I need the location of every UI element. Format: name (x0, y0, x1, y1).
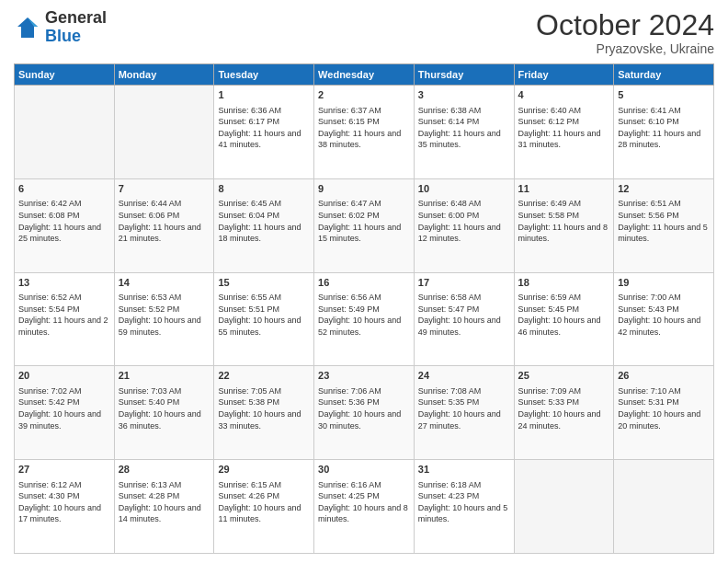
day-info: Sunrise: 7:02 AM Sunset: 5:42 PM Dayligh… (18, 385, 110, 431)
day-info: Sunrise: 6:51 AM Sunset: 5:56 PM Dayligh… (618, 198, 710, 244)
day-number: 18 (518, 276, 610, 290)
logo: General Blue (14, 9, 107, 46)
day-info: Sunrise: 7:08 AM Sunset: 5:35 PM Dayligh… (418, 385, 510, 431)
day-info: Sunrise: 6:58 AM Sunset: 5:47 PM Dayligh… (418, 292, 510, 338)
day-number: 29 (218, 463, 310, 477)
table-cell: 31Sunrise: 6:18 AM Sunset: 4:23 PM Dayli… (414, 460, 514, 554)
day-info: Sunrise: 6:55 AM Sunset: 5:51 PM Dayligh… (218, 292, 310, 338)
day-number: 16 (318, 276, 410, 290)
col-thursday: Thursday (414, 64, 514, 86)
col-wednesday: Wednesday (314, 64, 415, 86)
table-cell: 28Sunrise: 6:13 AM Sunset: 4:28 PM Dayli… (114, 460, 214, 554)
calendar-table: Sunday Monday Tuesday Wednesday Thursday… (14, 63, 714, 554)
day-info: Sunrise: 6:13 AM Sunset: 4:28 PM Dayligh… (119, 479, 210, 525)
table-cell: 12Sunrise: 6:51 AM Sunset: 5:56 PM Dayli… (614, 178, 714, 272)
table-cell: 5Sunrise: 6:41 AM Sunset: 6:10 PM Daylig… (614, 86, 714, 179)
logo-icon (14, 14, 41, 41)
day-number: 30 (318, 463, 410, 477)
table-row: 6Sunrise: 6:42 AM Sunset: 6:08 PM Daylig… (15, 178, 714, 272)
day-number: 11 (518, 182, 610, 196)
table-cell: 16Sunrise: 6:56 AM Sunset: 5:49 PM Dayli… (314, 272, 415, 366)
table-cell: 23Sunrise: 7:06 AM Sunset: 5:36 PM Dayli… (314, 366, 415, 460)
day-number: 7 (119, 182, 210, 196)
header: General Blue October 2024 Pryazovske, Uk… (14, 9, 714, 56)
col-friday: Friday (514, 64, 614, 86)
table-cell (114, 86, 214, 179)
day-number: 28 (119, 463, 210, 477)
day-info: Sunrise: 6:59 AM Sunset: 5:45 PM Dayligh… (518, 292, 610, 338)
page: General Blue October 2024 Pryazovske, Uk… (0, 0, 728, 563)
col-saturday: Saturday (614, 64, 714, 86)
day-number: 24 (418, 369, 510, 383)
table-cell: 1Sunrise: 6:36 AM Sunset: 6:17 PM Daylig… (214, 86, 314, 179)
day-info: Sunrise: 6:38 AM Sunset: 6:14 PM Dayligh… (418, 105, 510, 151)
day-info: Sunrise: 6:40 AM Sunset: 6:12 PM Dayligh… (518, 105, 610, 151)
day-info: Sunrise: 7:03 AM Sunset: 5:40 PM Dayligh… (119, 385, 210, 431)
day-number: 25 (518, 369, 610, 383)
logo-general-text: General (45, 9, 107, 28)
day-number: 1 (218, 88, 310, 102)
day-number: 20 (18, 369, 110, 383)
table-cell: 19Sunrise: 7:00 AM Sunset: 5:43 PM Dayli… (614, 272, 714, 366)
day-number: 12 (618, 182, 710, 196)
day-info: Sunrise: 6:52 AM Sunset: 5:54 PM Dayligh… (18, 292, 110, 338)
day-info: Sunrise: 6:16 AM Sunset: 4:25 PM Dayligh… (318, 479, 410, 525)
col-tuesday: Tuesday (214, 64, 314, 86)
col-sunday: Sunday (15, 64, 115, 86)
logo-text: General Blue (45, 9, 107, 46)
day-info: Sunrise: 7:05 AM Sunset: 5:38 PM Dayligh… (218, 385, 310, 431)
day-number: 27 (18, 463, 110, 477)
table-row: 20Sunrise: 7:02 AM Sunset: 5:42 PM Dayli… (15, 366, 714, 460)
day-info: Sunrise: 6:49 AM Sunset: 5:58 PM Dayligh… (518, 198, 610, 244)
table-cell (614, 460, 714, 554)
table-cell: 26Sunrise: 7:10 AM Sunset: 5:31 PM Dayli… (614, 366, 714, 460)
day-info: Sunrise: 6:41 AM Sunset: 6:10 PM Dayligh… (618, 105, 710, 151)
day-info: Sunrise: 6:15 AM Sunset: 4:26 PM Dayligh… (218, 479, 310, 525)
logo-blue-text: Blue (45, 28, 107, 46)
day-info: Sunrise: 6:48 AM Sunset: 6:00 PM Dayligh… (418, 198, 510, 244)
day-info: Sunrise: 6:18 AM Sunset: 4:23 PM Dayligh… (418, 479, 510, 525)
day-number: 31 (418, 463, 510, 477)
day-info: Sunrise: 6:36 AM Sunset: 6:17 PM Dayligh… (218, 105, 310, 151)
day-number: 21 (119, 369, 210, 383)
table-row: 13Sunrise: 6:52 AM Sunset: 5:54 PM Dayli… (15, 272, 714, 366)
title-block: October 2024 Pryazovske, Ukraine (536, 9, 714, 56)
table-cell: 21Sunrise: 7:03 AM Sunset: 5:40 PM Dayli… (114, 366, 214, 460)
table-cell: 25Sunrise: 7:09 AM Sunset: 5:33 PM Dayli… (514, 366, 614, 460)
table-row: 27Sunrise: 6:12 AM Sunset: 4:30 PM Dayli… (15, 460, 714, 554)
day-info: Sunrise: 7:10 AM Sunset: 5:31 PM Dayligh… (618, 385, 710, 431)
table-cell: 14Sunrise: 6:53 AM Sunset: 5:52 PM Dayli… (114, 272, 214, 366)
day-info: Sunrise: 6:45 AM Sunset: 6:04 PM Dayligh… (218, 198, 310, 244)
day-number: 23 (318, 369, 410, 383)
day-number: 2 (318, 88, 410, 102)
calendar-header-row: Sunday Monday Tuesday Wednesday Thursday… (15, 64, 714, 86)
day-number: 5 (618, 88, 710, 102)
day-info: Sunrise: 7:00 AM Sunset: 5:43 PM Dayligh… (618, 292, 710, 338)
day-number: 4 (518, 88, 610, 102)
table-cell: 11Sunrise: 6:49 AM Sunset: 5:58 PM Dayli… (514, 178, 614, 272)
table-cell: 24Sunrise: 7:08 AM Sunset: 5:35 PM Dayli… (414, 366, 514, 460)
table-cell: 10Sunrise: 6:48 AM Sunset: 6:00 PM Dayli… (414, 178, 514, 272)
table-cell: 7Sunrise: 6:44 AM Sunset: 6:06 PM Daylig… (114, 178, 214, 272)
day-info: Sunrise: 6:12 AM Sunset: 4:30 PM Dayligh… (18, 479, 110, 525)
day-info: Sunrise: 6:44 AM Sunset: 6:06 PM Dayligh… (119, 198, 210, 244)
table-cell: 3Sunrise: 6:38 AM Sunset: 6:14 PM Daylig… (414, 86, 514, 179)
day-info: Sunrise: 7:09 AM Sunset: 5:33 PM Dayligh… (518, 385, 610, 431)
day-info: Sunrise: 7:06 AM Sunset: 5:36 PM Dayligh… (318, 385, 410, 431)
day-number: 8 (218, 182, 310, 196)
col-monday: Monday (114, 64, 214, 86)
table-cell: 15Sunrise: 6:55 AM Sunset: 5:51 PM Dayli… (214, 272, 314, 366)
day-info: Sunrise: 6:47 AM Sunset: 6:02 PM Dayligh… (318, 198, 410, 244)
day-number: 3 (418, 88, 510, 102)
table-cell: 20Sunrise: 7:02 AM Sunset: 5:42 PM Dayli… (15, 366, 115, 460)
day-info: Sunrise: 6:42 AM Sunset: 6:08 PM Dayligh… (18, 198, 110, 244)
day-info: Sunrise: 6:53 AM Sunset: 5:52 PM Dayligh… (119, 292, 210, 338)
title-month: October 2024 (536, 9, 714, 41)
table-cell: 30Sunrise: 6:16 AM Sunset: 4:25 PM Dayli… (314, 460, 415, 554)
day-number: 17 (418, 276, 510, 290)
table-cell: 22Sunrise: 7:05 AM Sunset: 5:38 PM Dayli… (214, 366, 314, 460)
table-row: 1Sunrise: 6:36 AM Sunset: 6:17 PM Daylig… (15, 86, 714, 179)
table-cell: 8Sunrise: 6:45 AM Sunset: 6:04 PM Daylig… (214, 178, 314, 272)
svg-marker-0 (17, 17, 38, 38)
table-cell (514, 460, 614, 554)
